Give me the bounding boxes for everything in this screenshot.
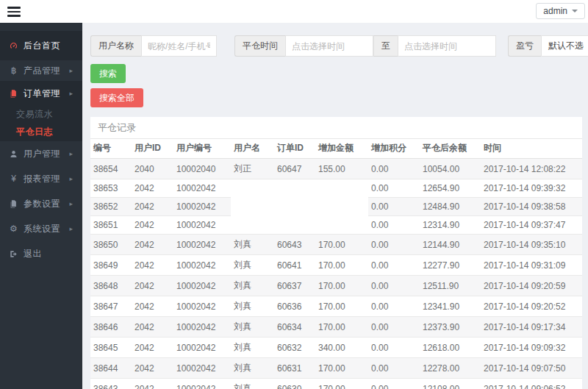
menu-toggle-button[interactable] bbox=[7, 7, 21, 17]
sidebar-item-home[interactable]: 后台首页 bbox=[0, 31, 82, 60]
sidebar-item-trade-flow[interactable]: 交易流水 bbox=[0, 106, 82, 122]
table-cell: 170.00 bbox=[315, 276, 368, 296]
column-header: 用户名 bbox=[231, 139, 274, 159]
table-cell: 12654.90 bbox=[420, 179, 481, 198]
sidebar-item-label: 系统设置 bbox=[24, 223, 60, 235]
table-row: 38650204210002042刘真60643170.000.0012144.… bbox=[90, 235, 582, 255]
table-body: 38654204010002040刘正60647155.000.0010054.… bbox=[90, 159, 582, 389]
table-cell: 10002042 bbox=[173, 235, 231, 255]
hamburger-icon bbox=[7, 7, 21, 9]
table-cell: 38646 bbox=[90, 317, 132, 338]
table-cell: 刘真 bbox=[231, 276, 274, 296]
table-cell: 170.00 bbox=[315, 317, 368, 338]
table-row: 386532042100020420.0012654.902017-10-14 … bbox=[90, 179, 582, 198]
table-cell: 10002042 bbox=[173, 276, 231, 296]
table-cell: 0.00 bbox=[368, 379, 420, 389]
table-row: 38649204210002042刘真60641170.000.0012277.… bbox=[90, 255, 582, 276]
profit-loss-select[interactable]: 默认不选 bbox=[541, 35, 588, 57]
sidebar-item-label: 订单管理 bbox=[24, 88, 60, 100]
table-cell: 刘正 bbox=[231, 159, 274, 179]
user-menu-button[interactable]: admin bbox=[536, 3, 585, 19]
table-cell: 0.00 bbox=[368, 338, 420, 358]
table-cell: 2042 bbox=[132, 276, 173, 296]
table-cell: 10054.00 bbox=[420, 159, 481, 179]
table-cell: 12484.90 bbox=[420, 198, 481, 216]
username-filter-group: 用户名称 bbox=[90, 35, 217, 57]
dashboard-icon bbox=[7, 41, 20, 51]
table-cell: 38645 bbox=[90, 338, 132, 358]
sidebar-item-system[interactable]: ⚙系统设置▸ bbox=[0, 216, 82, 241]
table-row: 38643204210002042刘真60630170.000.0012108.… bbox=[90, 379, 582, 389]
table-cell: 12511.90 bbox=[420, 276, 481, 296]
sidebar-item-label: 交易流水 bbox=[16, 108, 53, 121]
table-cell: 2017-10-14 12:08:22 bbox=[481, 159, 582, 179]
user-menu-label: admin bbox=[543, 6, 567, 16]
table-cell: 2042 bbox=[132, 296, 173, 317]
sidebar-item-close-log[interactable]: 平仓日志 bbox=[0, 122, 82, 141]
profit-loss-selected-value: 默认不选 bbox=[542, 40, 588, 52]
table-cell: 2042 bbox=[132, 338, 173, 358]
sidebar-item-label: 退出 bbox=[24, 248, 42, 260]
table-cell: 2042 bbox=[132, 216, 173, 235]
table-row: 38644204210002042刘真60631170.000.0012278.… bbox=[90, 358, 582, 379]
table-row: 38648204210002042刘真60637170.000.0012511.… bbox=[90, 276, 582, 296]
close-time-to-input[interactable] bbox=[398, 35, 496, 57]
table-cell: 60647 bbox=[274, 159, 315, 179]
sidebar-item-logout[interactable]: 退出 bbox=[0, 241, 82, 266]
sidebar-item-label: 后台首页 bbox=[24, 40, 60, 52]
table-cell: 10002042 bbox=[173, 255, 231, 276]
table-cell bbox=[231, 216, 274, 235]
table-cell: 12618.00 bbox=[420, 338, 481, 358]
table-cell bbox=[274, 198, 315, 216]
table-cell: 2042 bbox=[132, 317, 173, 338]
table-cell: 60637 bbox=[274, 276, 315, 296]
table-row: 38647204210002042刘真60636170.000.0012341.… bbox=[90, 296, 582, 317]
sidebar-item-label: 产品管理 bbox=[24, 65, 60, 77]
chevron-right-icon: ▸ bbox=[69, 225, 73, 232]
table-cell: 10002042 bbox=[173, 296, 231, 317]
table-cell: 12373.90 bbox=[420, 317, 481, 338]
close-time-from-input[interactable] bbox=[285, 35, 373, 57]
table-cell: 38653 bbox=[90, 179, 132, 198]
sidebar-item-label: 报表管理 bbox=[24, 173, 60, 185]
sidebar-item-users[interactable]: 用户管理▸ bbox=[0, 141, 82, 166]
table-cell: 2042 bbox=[132, 379, 173, 389]
table-cell: 12314.90 bbox=[420, 216, 481, 235]
table-cell: 10002042 bbox=[173, 198, 231, 216]
table-cell: 0.00 bbox=[368, 179, 420, 198]
username-filter-label: 用户名称 bbox=[90, 35, 141, 57]
logout-icon bbox=[7, 249, 20, 259]
table-cell: 12278.00 bbox=[420, 358, 481, 379]
table-cell: 38643 bbox=[90, 379, 132, 389]
filter-bar: 用户名称 平仓时间 至 盈亏 默认不选 bbox=[90, 35, 582, 57]
table-row: 38646204210002042刘真60634170.000.0012373.… bbox=[90, 317, 582, 338]
column-header: 用户编号 bbox=[173, 139, 231, 159]
table-cell: 10002042 bbox=[173, 358, 231, 379]
table-cell: 10002042 bbox=[173, 338, 231, 358]
sidebar-item-reports[interactable]: ¥报表管理▸ bbox=[0, 166, 82, 191]
table-row: 386522042100020420.0012484.902017-10-14 … bbox=[90, 198, 582, 216]
table-cell: 170.00 bbox=[315, 296, 368, 317]
table-cell: 2040 bbox=[132, 159, 173, 179]
table-cell: 刘真 bbox=[231, 255, 274, 276]
search-all-button[interactable]: 搜索全部 bbox=[90, 88, 143, 107]
table-cell: 2017-10-14 09:20:52 bbox=[481, 296, 582, 317]
table-cell: 170.00 bbox=[315, 379, 368, 389]
table-cell: 2017-10-14 09:35:10 bbox=[481, 235, 582, 255]
table-cell: 38647 bbox=[90, 296, 132, 317]
sidebar-item-params[interactable]: 参数设置▸ bbox=[0, 191, 82, 216]
table-cell: 10002042 bbox=[173, 179, 231, 198]
table-cell: 10002042 bbox=[173, 317, 231, 338]
search-button[interactable]: 搜索 bbox=[90, 64, 126, 83]
panel-title: 平仓记录 bbox=[90, 117, 582, 139]
table-cell: 38644 bbox=[90, 358, 132, 379]
sidebar-item-products[interactable]: ฿产品管理▸ bbox=[0, 60, 82, 81]
to-label: 至 bbox=[373, 35, 398, 57]
chevron-right-icon: ▸ bbox=[69, 200, 73, 207]
table-cell: 2017-10-14 09:06:52 bbox=[481, 379, 582, 389]
table-cell: 0.00 bbox=[368, 255, 420, 276]
sidebar-item-orders[interactable]: 订单管理▸ bbox=[0, 81, 82, 106]
username-input[interactable] bbox=[141, 35, 217, 57]
table-cell: 38649 bbox=[90, 255, 132, 276]
column-header: 时间 bbox=[481, 139, 582, 159]
